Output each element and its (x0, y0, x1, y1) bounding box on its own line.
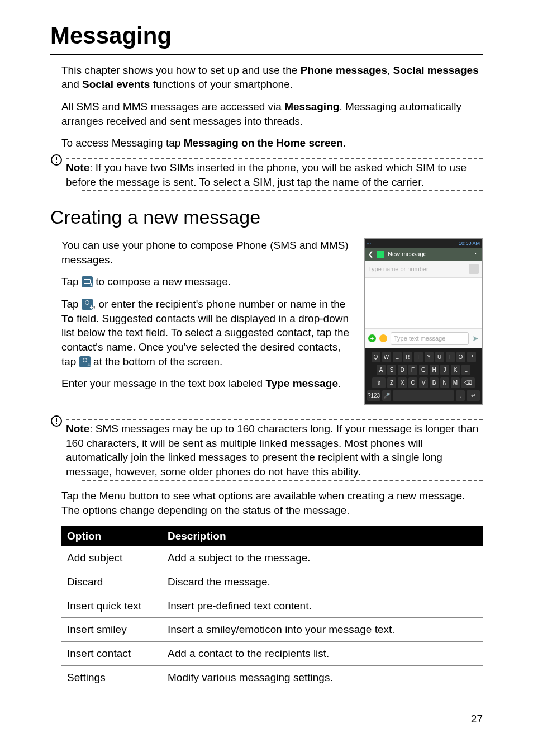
keyboard-key: A (377, 365, 386, 375)
option-desc: Insert pre-defined text content. (162, 594, 483, 618)
intro-para-3: To access Messaging tap Messaging on the… (61, 136, 483, 150)
keyboard-key: T (414, 352, 423, 362)
keyboard-key: C (408, 377, 417, 388)
keyboard-key (393, 390, 454, 401)
option-name: Insert contact (61, 641, 162, 665)
back-icon: ❮ (368, 250, 373, 258)
compose-icon (82, 276, 93, 287)
note-block-160: Note: SMS messages may be up to 160 char… (50, 419, 483, 481)
option-name: Insert smiley (61, 618, 162, 642)
keyboard-key: Q (372, 352, 380, 362)
text: and (61, 78, 82, 90)
dash-rule (66, 419, 483, 420)
note-text: Note: SMS messages may be up to 160 char… (66, 422, 483, 479)
option-name: Add subject (61, 546, 162, 570)
note-label: Note (66, 423, 89, 434)
emoji-icon (379, 334, 387, 342)
keyboard-key: S (387, 365, 396, 375)
alert-icon (50, 154, 63, 166)
text-bold: Social messages (393, 64, 479, 76)
add-contact-icon (82, 299, 93, 310)
recipient-field: Type name or number (365, 261, 482, 278)
table-row: DiscardDiscard the message. (61, 570, 483, 594)
text-bold: Messaging (284, 101, 339, 112)
dash-rule (66, 158, 483, 159)
keyboard-key: I (446, 352, 455, 362)
svg-rect-4 (56, 418, 57, 422)
option-desc: Discard the message. (162, 570, 483, 594)
keyboard-key: N (440, 377, 449, 388)
text: functions of your smartphone. (150, 78, 293, 90)
title-bar: ❮ New message ⋮ (365, 248, 482, 261)
keyboard-key: B (430, 377, 439, 388)
section-title-create: Creating a new message (50, 205, 483, 230)
keyboard-key: P (467, 352, 476, 362)
table-header-option: Option (61, 526, 162, 547)
app-icon (377, 251, 384, 258)
text-bold: Messaging on the Home screen (184, 137, 343, 149)
phone-screenshot: ▫ ▫ 10:30 AM ❮ New message ⋮ Type name o… (364, 238, 483, 405)
option-name: Insert quick text (61, 594, 162, 618)
dash-rule (82, 190, 483, 191)
page-title: Messaging (50, 20, 483, 55)
send-icon: ➤ (472, 333, 479, 344)
page-number: 27 (50, 712, 483, 726)
attach-icon: + (368, 334, 376, 342)
table-row: SettingsModify various messaging setting… (61, 665, 483, 689)
keyboard-key: L (461, 365, 470, 375)
option-desc: Insert a smiley/emoticon into your messa… (162, 618, 483, 642)
keyboard-key: R (403, 352, 412, 362)
keyboard-key: Y (425, 352, 434, 362)
table-row: Insert smileyInsert a smiley/emoticon in… (61, 618, 483, 642)
text: . (338, 377, 341, 389)
table-row: Insert quick textInsert pre-defined text… (61, 594, 483, 618)
keyboard: QWERTYUIOP ASDFGHJKL ⇧ZXCVBNM⌫ ?123🎤.↵ (365, 348, 482, 404)
options-table: Option Description Add subjectAdd a subj… (61, 526, 483, 689)
compose-row: + Type text message ➤ (365, 329, 482, 348)
text: : SMS messages may be up to 160 characte… (66, 423, 478, 478)
option-desc: Add a subject to the message. (162, 546, 483, 570)
table-row: Insert contactAdd a contact to the recip… (61, 641, 483, 665)
message-input: Type text message (391, 332, 469, 345)
keyboard-key: H (430, 365, 439, 375)
keyboard-key: ?123 (367, 390, 380, 401)
intro-para-2: All SMS and MMS messages are accessed vi… (61, 100, 483, 128)
note-text: Note: If you have two SIMs inserted in t… (66, 160, 483, 189)
keyboard-key: D (398, 365, 407, 375)
keyboard-key: Z (387, 377, 396, 388)
contact-picker-icon (469, 264, 479, 274)
title-text: New message (388, 250, 427, 258)
keyboard-key: J (440, 365, 449, 375)
table-header-description: Description (162, 526, 483, 547)
note-label: Note (66, 162, 89, 173)
option-name: Settings (61, 665, 162, 689)
options-intro: Tap the Menu button to see what options … (61, 489, 483, 517)
text-bold: Social events (82, 78, 150, 90)
keyboard-key: V (419, 377, 428, 388)
option-desc: Add a contact to the recipients list. (162, 641, 483, 665)
note-block-sim: Note: If you have two SIMs inserted in t… (50, 158, 483, 191)
text: Tap (61, 276, 82, 287)
keyboard-key: M (451, 377, 460, 388)
thread-area (365, 278, 482, 329)
option-desc: Modify various messaging settings. (162, 665, 483, 689)
text: to compose a new message. (93, 276, 231, 287)
menu-icon: ⋮ (473, 250, 479, 258)
text: , or enter the recipient's phone number … (93, 298, 346, 310)
keyboard-key: ↵ (467, 390, 480, 401)
status-time: 10:30 AM (459, 240, 480, 247)
text: , (387, 64, 393, 76)
text: This chapter shows you how to set up and… (61, 64, 301, 76)
text: at the bottom of the screen. (91, 356, 223, 367)
keyboard-key: . (456, 390, 465, 401)
text: . (343, 137, 346, 149)
keyboard-key: ⌫ (461, 377, 475, 388)
table-row: Add subjectAdd a subject to the message. (61, 546, 483, 570)
svg-rect-5 (56, 423, 57, 424)
keyboard-key: F (408, 365, 417, 375)
text-bold: To (61, 313, 74, 324)
text: Enter your message in the text box label… (61, 377, 265, 389)
keyboard-key: 🎤 (382, 390, 391, 401)
status-bar: ▫ ▫ 10:30 AM (365, 239, 482, 248)
text: Tap (61, 298, 82, 310)
